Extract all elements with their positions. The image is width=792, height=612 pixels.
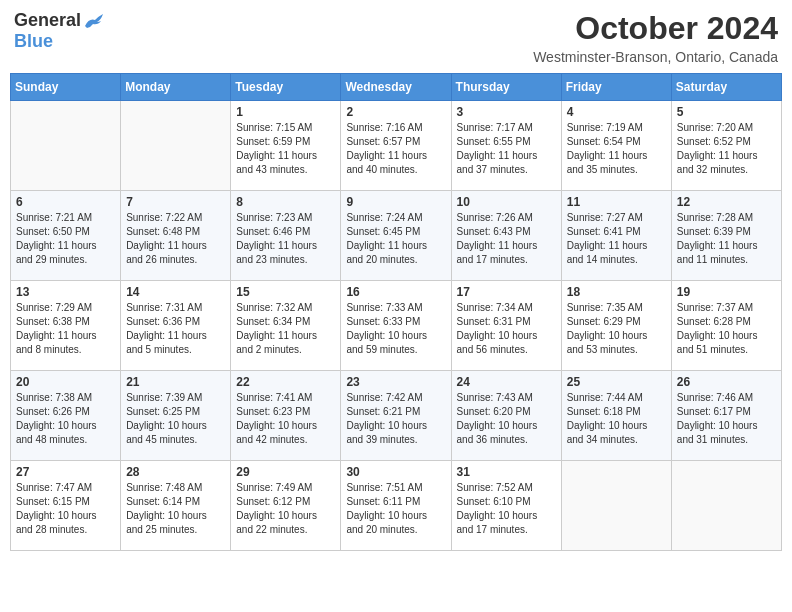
- calendar-day-cell: [11, 101, 121, 191]
- day-detail: Sunrise: 7:43 AMSunset: 6:20 PMDaylight:…: [457, 391, 556, 447]
- day-detail: Sunrise: 7:15 AMSunset: 6:59 PMDaylight:…: [236, 121, 335, 177]
- logo-bird-icon: [83, 12, 105, 30]
- calendar-day-cell: 12Sunrise: 7:28 AMSunset: 6:39 PMDayligh…: [671, 191, 781, 281]
- day-detail: Sunrise: 7:38 AMSunset: 6:26 PMDaylight:…: [16, 391, 115, 447]
- calendar-day-cell: 25Sunrise: 7:44 AMSunset: 6:18 PMDayligh…: [561, 371, 671, 461]
- calendar-day-cell: 26Sunrise: 7:46 AMSunset: 6:17 PMDayligh…: [671, 371, 781, 461]
- day-detail: Sunrise: 7:49 AMSunset: 6:12 PMDaylight:…: [236, 481, 335, 537]
- day-number: 19: [677, 285, 776, 299]
- day-number: 11: [567, 195, 666, 209]
- calendar-day-cell: 11Sunrise: 7:27 AMSunset: 6:41 PMDayligh…: [561, 191, 671, 281]
- calendar-header-cell: Friday: [561, 74, 671, 101]
- day-number: 8: [236, 195, 335, 209]
- day-number: 2: [346, 105, 445, 119]
- day-detail: Sunrise: 7:44 AMSunset: 6:18 PMDaylight:…: [567, 391, 666, 447]
- calendar-day-cell: 6Sunrise: 7:21 AMSunset: 6:50 PMDaylight…: [11, 191, 121, 281]
- title-section: October 2024 Westminster-Branson, Ontari…: [533, 10, 778, 65]
- day-detail: Sunrise: 7:31 AMSunset: 6:36 PMDaylight:…: [126, 301, 225, 357]
- day-detail: Sunrise: 7:39 AMSunset: 6:25 PMDaylight:…: [126, 391, 225, 447]
- page-header: General Blue October 2024 Westminster-Br…: [10, 10, 782, 65]
- day-detail: Sunrise: 7:51 AMSunset: 6:11 PMDaylight:…: [346, 481, 445, 537]
- calendar-week-row: 27Sunrise: 7:47 AMSunset: 6:15 PMDayligh…: [11, 461, 782, 551]
- day-number: 12: [677, 195, 776, 209]
- day-number: 23: [346, 375, 445, 389]
- calendar-day-cell: 18Sunrise: 7:35 AMSunset: 6:29 PMDayligh…: [561, 281, 671, 371]
- day-number: 6: [16, 195, 115, 209]
- calendar-day-cell: 4Sunrise: 7:19 AMSunset: 6:54 PMDaylight…: [561, 101, 671, 191]
- day-detail: Sunrise: 7:19 AMSunset: 6:54 PMDaylight:…: [567, 121, 666, 177]
- location-title: Westminster-Branson, Ontario, Canada: [533, 49, 778, 65]
- calendar-day-cell: 2Sunrise: 7:16 AMSunset: 6:57 PMDaylight…: [341, 101, 451, 191]
- calendar-day-cell: 10Sunrise: 7:26 AMSunset: 6:43 PMDayligh…: [451, 191, 561, 281]
- day-detail: Sunrise: 7:33 AMSunset: 6:33 PMDaylight:…: [346, 301, 445, 357]
- calendar-day-cell: 3Sunrise: 7:17 AMSunset: 6:55 PMDaylight…: [451, 101, 561, 191]
- day-detail: Sunrise: 7:46 AMSunset: 6:17 PMDaylight:…: [677, 391, 776, 447]
- calendar-week-row: 6Sunrise: 7:21 AMSunset: 6:50 PMDaylight…: [11, 191, 782, 281]
- day-number: 16: [346, 285, 445, 299]
- day-number: 31: [457, 465, 556, 479]
- day-detail: Sunrise: 7:21 AMSunset: 6:50 PMDaylight:…: [16, 211, 115, 267]
- day-number: 29: [236, 465, 335, 479]
- calendar-day-cell: 23Sunrise: 7:42 AMSunset: 6:21 PMDayligh…: [341, 371, 451, 461]
- calendar-header-cell: Saturday: [671, 74, 781, 101]
- day-number: 9: [346, 195, 445, 209]
- day-number: 27: [16, 465, 115, 479]
- day-number: 21: [126, 375, 225, 389]
- calendar-day-cell: 30Sunrise: 7:51 AMSunset: 6:11 PMDayligh…: [341, 461, 451, 551]
- day-detail: Sunrise: 7:34 AMSunset: 6:31 PMDaylight:…: [457, 301, 556, 357]
- calendar-day-cell: 24Sunrise: 7:43 AMSunset: 6:20 PMDayligh…: [451, 371, 561, 461]
- calendar-header-cell: Wednesday: [341, 74, 451, 101]
- day-detail: Sunrise: 7:42 AMSunset: 6:21 PMDaylight:…: [346, 391, 445, 447]
- calendar-day-cell: [561, 461, 671, 551]
- day-number: 13: [16, 285, 115, 299]
- day-number: 28: [126, 465, 225, 479]
- calendar-header-cell: Tuesday: [231, 74, 341, 101]
- month-title: October 2024: [533, 10, 778, 47]
- day-detail: Sunrise: 7:37 AMSunset: 6:28 PMDaylight:…: [677, 301, 776, 357]
- day-detail: Sunrise: 7:48 AMSunset: 6:14 PMDaylight:…: [126, 481, 225, 537]
- day-number: 26: [677, 375, 776, 389]
- day-detail: Sunrise: 7:20 AMSunset: 6:52 PMDaylight:…: [677, 121, 776, 177]
- calendar-day-cell: 7Sunrise: 7:22 AMSunset: 6:48 PMDaylight…: [121, 191, 231, 281]
- calendar-day-cell: 17Sunrise: 7:34 AMSunset: 6:31 PMDayligh…: [451, 281, 561, 371]
- day-number: 20: [16, 375, 115, 389]
- day-number: 3: [457, 105, 556, 119]
- day-number: 15: [236, 285, 335, 299]
- calendar-day-cell: 13Sunrise: 7:29 AMSunset: 6:38 PMDayligh…: [11, 281, 121, 371]
- logo[interactable]: General Blue: [14, 10, 105, 52]
- day-detail: Sunrise: 7:17 AMSunset: 6:55 PMDaylight:…: [457, 121, 556, 177]
- day-number: 17: [457, 285, 556, 299]
- calendar-day-cell: 28Sunrise: 7:48 AMSunset: 6:14 PMDayligh…: [121, 461, 231, 551]
- calendar-day-cell: 5Sunrise: 7:20 AMSunset: 6:52 PMDaylight…: [671, 101, 781, 191]
- day-detail: Sunrise: 7:29 AMSunset: 6:38 PMDaylight:…: [16, 301, 115, 357]
- calendar-day-cell: 9Sunrise: 7:24 AMSunset: 6:45 PMDaylight…: [341, 191, 451, 281]
- day-detail: Sunrise: 7:32 AMSunset: 6:34 PMDaylight:…: [236, 301, 335, 357]
- calendar-day-cell: 1Sunrise: 7:15 AMSunset: 6:59 PMDaylight…: [231, 101, 341, 191]
- calendar-day-cell: 29Sunrise: 7:49 AMSunset: 6:12 PMDayligh…: [231, 461, 341, 551]
- calendar-day-cell: 16Sunrise: 7:33 AMSunset: 6:33 PMDayligh…: [341, 281, 451, 371]
- calendar-day-cell: 31Sunrise: 7:52 AMSunset: 6:10 PMDayligh…: [451, 461, 561, 551]
- day-number: 14: [126, 285, 225, 299]
- calendar-day-cell: 14Sunrise: 7:31 AMSunset: 6:36 PMDayligh…: [121, 281, 231, 371]
- day-detail: Sunrise: 7:24 AMSunset: 6:45 PMDaylight:…: [346, 211, 445, 267]
- calendar-day-cell: [121, 101, 231, 191]
- day-number: 10: [457, 195, 556, 209]
- day-number: 25: [567, 375, 666, 389]
- calendar-body: 1Sunrise: 7:15 AMSunset: 6:59 PMDaylight…: [11, 101, 782, 551]
- day-detail: Sunrise: 7:22 AMSunset: 6:48 PMDaylight:…: [126, 211, 225, 267]
- logo-blue-text: Blue: [14, 31, 53, 52]
- calendar-day-cell: 27Sunrise: 7:47 AMSunset: 6:15 PMDayligh…: [11, 461, 121, 551]
- day-number: 4: [567, 105, 666, 119]
- calendar-day-cell: 21Sunrise: 7:39 AMSunset: 6:25 PMDayligh…: [121, 371, 231, 461]
- calendar-day-cell: 19Sunrise: 7:37 AMSunset: 6:28 PMDayligh…: [671, 281, 781, 371]
- day-detail: Sunrise: 7:23 AMSunset: 6:46 PMDaylight:…: [236, 211, 335, 267]
- calendar-day-cell: 20Sunrise: 7:38 AMSunset: 6:26 PMDayligh…: [11, 371, 121, 461]
- day-detail: Sunrise: 7:41 AMSunset: 6:23 PMDaylight:…: [236, 391, 335, 447]
- day-number: 18: [567, 285, 666, 299]
- calendar-header-cell: Sunday: [11, 74, 121, 101]
- calendar-day-cell: [671, 461, 781, 551]
- calendar-header-cell: Monday: [121, 74, 231, 101]
- day-number: 24: [457, 375, 556, 389]
- calendar-table: SundayMondayTuesdayWednesdayThursdayFrid…: [10, 73, 782, 551]
- day-number: 30: [346, 465, 445, 479]
